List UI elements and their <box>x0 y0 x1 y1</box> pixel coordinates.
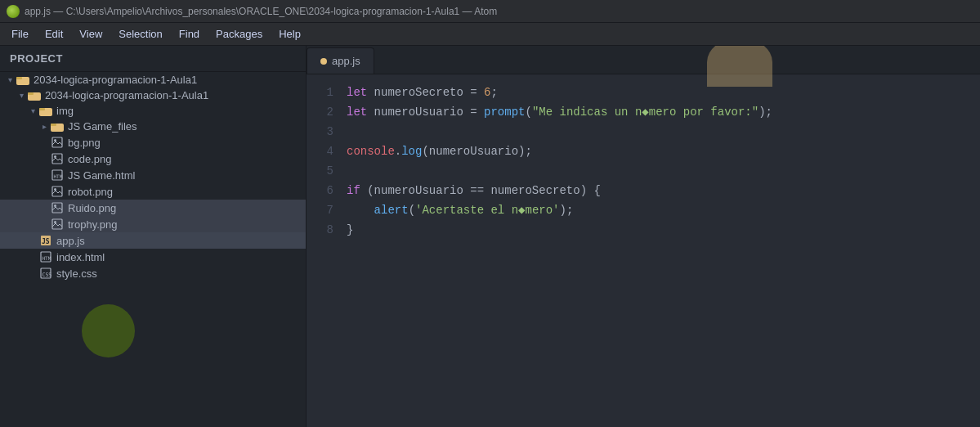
html-file-icon: HTML <box>51 169 64 182</box>
svg-rect-16 <box>52 203 62 213</box>
title-text: app.js — C:\Users\Ampelio\Archivos_perso… <box>25 6 497 17</box>
code-line-5 <box>347 161 980 181</box>
svg-rect-3 <box>28 92 34 95</box>
line-numbers: 12345678 <box>307 81 343 420</box>
tree-item-label: robot.png <box>68 186 113 198</box>
tree-item-ruido_png[interactable]: Ruido.png <box>0 200 306 216</box>
code-line-7: alert('Acertaste el n◆mero'); <box>347 200 980 220</box>
menu-selection[interactable]: Selection <box>110 25 170 43</box>
svg-rect-18 <box>52 219 62 229</box>
chevron-icon: ▾ <box>5 75 15 85</box>
chevron-icon: ▸ <box>39 122 49 132</box>
line-number-4: 4 <box>307 142 333 161</box>
tree-item-root1[interactable]: ▾ 2034-logica-programacion-1-Aula1 <box>0 72 306 88</box>
chevron-placeholder <box>39 187 49 196</box>
line-number-6: 6 <box>307 181 333 200</box>
tree-item-bg_png[interactable]: bg.png <box>0 134 306 151</box>
code-area[interactable]: 12345678 let numeroSecreto = 6;let numer… <box>307 74 980 427</box>
main-content: Project ▾ 2034-logica-programacion-1-Aul… <box>0 46 980 427</box>
svg-point-11 <box>54 155 56 158</box>
tab-bar: app.js <box>307 46 980 74</box>
chevron-placeholder <box>39 137 49 147</box>
tree-item-label: 2034-logica-programacion-1-Aula1 <box>45 89 208 101</box>
menu-help[interactable]: Help <box>271 25 309 43</box>
image-file-icon <box>51 218 64 231</box>
svg-point-19 <box>54 221 56 223</box>
line-number-1: 1 <box>307 83 333 102</box>
folder-icon <box>16 74 29 86</box>
chevron-placeholder <box>28 236 38 245</box>
svg-point-17 <box>54 205 56 207</box>
svg-rect-10 <box>52 154 62 164</box>
tree-item-label: app.js <box>56 235 85 247</box>
js-file-icon: JS <box>39 234 52 247</box>
chevron-placeholder <box>28 268 38 278</box>
chevron-placeholder <box>28 252 38 262</box>
tree-item-label: 2034-logica-programacion-1-Aula1 <box>34 74 197 86</box>
tree-item-root2[interactable]: ▾ 2034-logica-programacion-1-Aula1 <box>0 88 306 103</box>
svg-text:CSS: CSS <box>43 272 52 278</box>
chevron-icon: ▾ <box>28 106 38 116</box>
tree-item-img[interactable]: ▾ img <box>0 103 306 119</box>
sidebar-highlight-blob <box>82 304 135 357</box>
tree-item-label: JS Game_files <box>68 120 137 133</box>
menu-bar: File Edit View Selection Find Packages H… <box>0 23 980 46</box>
app-icon <box>7 5 20 18</box>
line-number-2: 2 <box>307 102 333 122</box>
chevron-placeholder <box>39 170 49 180</box>
code-content[interactable]: let numeroSecreto = 6;let numeroUsuario … <box>343 81 980 420</box>
menu-file[interactable]: File <box>3 25 37 43</box>
css-file-icon: CSS <box>39 267 52 280</box>
line-number-3: 3 <box>307 122 333 142</box>
tree-item-trophy_png[interactable]: trophy.png <box>0 216 306 232</box>
svg-text:HTML: HTML <box>54 173 64 179</box>
tree-item-label: bg.png <box>68 137 101 149</box>
menu-find[interactable]: Find <box>171 25 208 43</box>
menu-packages[interactable]: Packages <box>208 25 271 43</box>
line-number-7: 7 <box>307 200 333 220</box>
svg-rect-14 <box>52 187 62 196</box>
tree-item-robot_png[interactable]: robot.png <box>0 183 306 200</box>
project-header: Project <box>0 46 306 72</box>
svg-text:JS: JS <box>42 238 50 245</box>
tree-item-index_html[interactable]: HTML index.html <box>0 249 306 265</box>
code-line-3 <box>347 122 980 142</box>
tab-app-js[interactable]: app.js <box>307 47 374 74</box>
svg-point-9 <box>54 139 56 142</box>
title-bar: app.js — C:\Users\Ampelio\Archivos_perso… <box>0 0 980 23</box>
tree-item-style_css[interactable]: CSS style.css <box>0 265 306 281</box>
tree-item-label: style.css <box>56 267 97 280</box>
tree-item-label: index.html <box>56 251 105 263</box>
line-number-5: 5 <box>307 161 333 181</box>
tab-modified-dot <box>320 58 327 65</box>
code-line-1: let numeroSecreto = 6; <box>347 83 980 102</box>
svg-rect-1 <box>16 77 22 79</box>
svg-point-15 <box>54 188 56 191</box>
tree-item-label: JS Game.html <box>68 169 135 182</box>
tree-item-app_js[interactable]: JS app.js <box>0 232 306 249</box>
code-line-8: } <box>347 220 980 240</box>
tree-item-label: code.png <box>68 153 112 165</box>
svg-rect-5 <box>39 108 45 110</box>
tree-item-label: trophy.png <box>68 218 117 231</box>
menu-view[interactable]: View <box>71 25 110 43</box>
editor: app.js 12345678 let numeroSecreto = 6;le… <box>307 46 980 427</box>
chevron-placeholder <box>39 154 49 164</box>
menu-edit[interactable]: Edit <box>37 25 71 43</box>
file-tree: ▾ 2034-logica-programacion-1-Aula1▾ 2034… <box>0 72 306 281</box>
tree-item-label: Ruido.png <box>68 202 116 214</box>
svg-rect-8 <box>52 137 62 147</box>
image-file-icon <box>51 201 64 214</box>
tree-item-label: img <box>56 105 74 117</box>
chevron-placeholder <box>39 219 49 229</box>
tree-item-jsgame_files[interactable]: ▸ JS Game_files <box>0 119 306 134</box>
tree-item-code_png[interactable]: code.png <box>0 151 306 167</box>
sidebar: Project ▾ 2034-logica-programacion-1-Aul… <box>0 46 307 427</box>
html-file-icon: HTML <box>39 250 52 263</box>
svg-text:HTML: HTML <box>43 255 52 261</box>
tab-bar-wrapper: app.js <box>307 46 980 74</box>
folder-icon <box>39 106 52 117</box>
code-line-6: if (numeroUsuario == numeroSecreto) { <box>347 181 980 200</box>
image-file-icon <box>51 152 64 165</box>
tree-item-js_game_html[interactable]: HTML JS Game.html <box>0 167 306 183</box>
